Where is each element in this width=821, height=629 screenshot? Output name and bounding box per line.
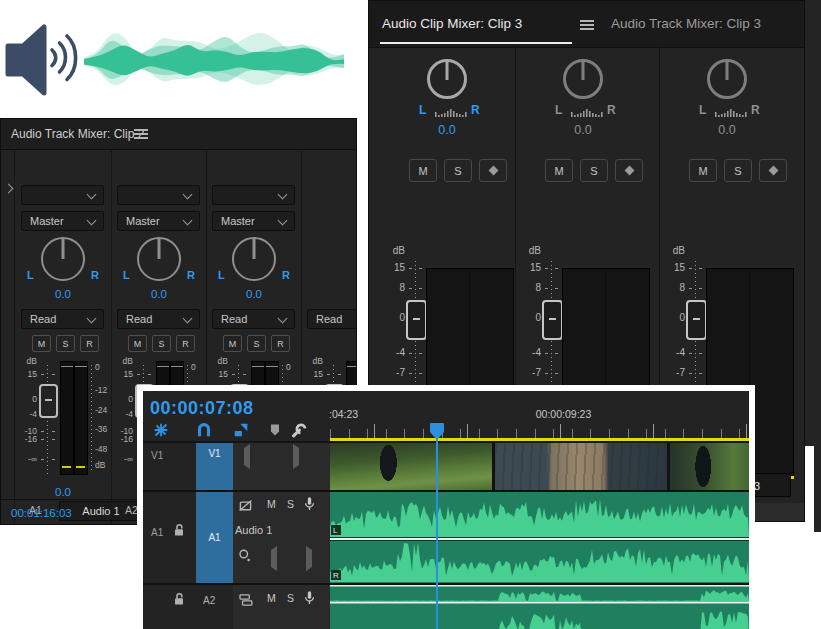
add-marker-icon[interactable] (267, 421, 283, 443)
solo-button[interactable]: S (152, 335, 171, 352)
chevron-down-icon (278, 314, 288, 324)
input-routing-dropdown[interactable] (117, 185, 200, 205)
mute-button[interactable]: M (32, 335, 51, 352)
fader-scale-label: -7 (515, 367, 541, 378)
record-button[interactable]: R (176, 335, 195, 352)
pan-knob[interactable] (41, 237, 85, 281)
solo-button[interactable]: S (56, 335, 75, 352)
mute-track-button[interactable]: M (267, 592, 276, 604)
solo-button[interactable]: S (444, 159, 472, 182)
solo-track-button[interactable]: S (287, 498, 294, 510)
chevron-down-icon (183, 216, 193, 226)
chevron-right-icon[interactable] (4, 184, 14, 194)
audio-clip-a2[interactable] (330, 585, 749, 629)
mute-button[interactable]: M (128, 335, 147, 352)
solo-button[interactable]: S (247, 335, 266, 352)
snap-icon[interactable] (195, 421, 213, 443)
video-clip-thumbnail[interactable] (330, 443, 492, 490)
playhead-marker[interactable] (429, 422, 445, 441)
solo-button[interactable]: S (580, 159, 608, 182)
solo-button[interactable]: S (724, 159, 752, 182)
pan-right-label: R (751, 103, 760, 117)
pan-knob[interactable] (137, 237, 181, 281)
automation-mode-dropdown[interactable]: Read (21, 309, 104, 329)
mute-button[interactable]: M (223, 335, 242, 352)
pan-knob[interactable] (707, 59, 747, 99)
panel-menu-icon[interactable] (134, 129, 148, 139)
voiceover-record-mic-icon[interactable] (301, 589, 318, 611)
panel-menu-icon[interactable] (580, 20, 594, 30)
volume-value[interactable]: 0.0 (15, 486, 111, 498)
keyframe-type-icon[interactable] (237, 548, 252, 567)
fader-track[interactable] (47, 365, 48, 477)
pan-value[interactable]: 0.0 (206, 288, 302, 300)
fader-handle[interactable] (686, 300, 707, 340)
track-output-off-icon[interactable] (237, 497, 254, 518)
output-routing-dropdown[interactable]: Master (117, 211, 200, 231)
automation-mode-dropdown[interactable]: Read (212, 309, 295, 329)
output-routing-dropdown[interactable]: Master (212, 211, 295, 231)
automation-mode-dropdown[interactable]: Read (307, 309, 357, 329)
source-track-v1-label[interactable]: V1 (151, 450, 163, 461)
tick-mark (409, 268, 412, 269)
lock-icon[interactable] (171, 522, 187, 542)
dropdown-value: Master (126, 215, 160, 227)
record-button[interactable]: R (80, 335, 99, 352)
pan-value[interactable]: 0.0 (515, 123, 651, 137)
input-routing-dropdown[interactable] (212, 185, 295, 205)
automation-mode-dropdown[interactable]: Read (117, 309, 200, 329)
video-clip-thumbnail[interactable] (670, 443, 749, 490)
prev-keyframe-button[interactable] (240, 448, 250, 466)
timeline-settings-wrench-icon[interactable] (290, 421, 308, 443)
track-target-a1[interactable]: A1 (196, 492, 233, 583)
mute-button[interactable]: M (409, 159, 437, 182)
track-target-v1[interactable]: V1 (196, 443, 233, 490)
prev-keyframe-button[interactable] (267, 550, 277, 568)
pan-value[interactable]: 0.0 (379, 123, 515, 137)
nest-clips-icon[interactable] (152, 421, 170, 443)
pan-right-label: R (282, 269, 290, 281)
pan-right-label: R (471, 103, 480, 117)
input-routing-dropdown[interactable] (21, 185, 104, 205)
level-meter (60, 361, 88, 475)
tab-audio-track-mixer[interactable]: Audio Track Mixer: Clip 3 (611, 16, 761, 31)
pan-knob[interactable] (232, 237, 276, 281)
linked-selection-icon[interactable] (232, 421, 250, 443)
lock-icon[interactable] (171, 591, 187, 611)
pan-knob[interactable] (427, 59, 467, 99)
mixer-strip-a1: Master L R 0.0 Read M S R dB150-4-10-16-… (15, 149, 111, 525)
tick-mark (52, 439, 55, 440)
solo-track-button[interactable]: S (287, 592, 294, 604)
record-button[interactable]: R (271, 335, 290, 352)
audio-clip-a1[interactable]: LR (330, 492, 749, 583)
pan-value[interactable]: 0.0 (659, 123, 795, 137)
pan-value[interactable]: 0.0 (15, 288, 111, 300)
meter-peak-line (347, 366, 357, 367)
next-keyframe-button[interactable] (306, 550, 316, 568)
pan-knob[interactable] (563, 59, 603, 99)
video-clip-thumbnail[interactable] (495, 443, 667, 490)
fader-scale-label: 0 (111, 394, 133, 404)
tick-mark (699, 353, 702, 354)
playhead-line[interactable] (436, 437, 438, 629)
write-keyframes-button[interactable] (615, 159, 643, 182)
track-target-a2-label[interactable]: A2 (203, 595, 215, 606)
ruler-minor-ticks[interactable] (330, 429, 749, 438)
next-keyframe-button[interactable] (293, 448, 303, 466)
playhead-timecode[interactable]: 00:00:07:08 (150, 398, 254, 419)
mute-button[interactable]: M (545, 159, 573, 182)
mute-button[interactable]: M (689, 159, 717, 182)
track-name-label[interactable]: Audio 1 (235, 524, 272, 536)
mute-track-button[interactable]: M (267, 498, 276, 510)
fader-handle[interactable] (39, 384, 58, 418)
write-keyframes-button[interactable] (479, 159, 507, 182)
output-routing-dropdown[interactable]: Master (21, 211, 104, 231)
pan-value[interactable]: 0.0 (111, 288, 207, 300)
voiceover-record-mic-icon[interactable] (301, 495, 318, 517)
tab-audio-clip-mixer[interactable]: Audio Clip Mixer: Clip 3 (382, 16, 522, 31)
fader-handle[interactable] (542, 300, 563, 340)
write-keyframes-button[interactable] (759, 159, 787, 182)
fader-handle[interactable] (406, 300, 427, 340)
source-track-a1-label[interactable]: A1 (151, 527, 163, 538)
sync-lock-icon[interactable] (237, 591, 254, 612)
